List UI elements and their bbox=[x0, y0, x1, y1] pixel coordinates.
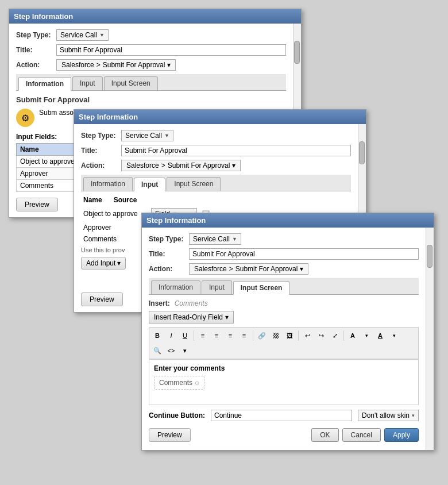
continue-input[interactable] bbox=[211, 410, 352, 421]
dialog-3-title: Step Information bbox=[146, 216, 206, 225]
scrollbar-thumb-3 bbox=[427, 245, 432, 268]
tabs-3: Information Input Input Screen bbox=[149, 278, 419, 295]
action-path-1[interactable]: Salesforce > Submit For Approval ▾ bbox=[56, 59, 176, 71]
dialog-3: Step Information Step Type: Service Call… bbox=[141, 213, 434, 451]
bg-color-btn[interactable]: A bbox=[374, 329, 387, 342]
title-label-2: Title: bbox=[81, 147, 121, 155]
tab-information-3[interactable]: Information bbox=[151, 280, 200, 294]
step-type-label-3: Step Type: bbox=[149, 235, 189, 243]
dont-allow-arrow: ▾ bbox=[412, 413, 415, 418]
action-path-2[interactable]: Salesforce > Submit For Approval ▾ bbox=[121, 160, 241, 171]
step-type-arrow-1: ▼ bbox=[99, 32, 105, 38]
tabs-2: Information Input Input Screen bbox=[81, 175, 351, 191]
italic-btn[interactable]: I bbox=[165, 329, 177, 342]
action-label-3: Action: bbox=[149, 265, 189, 273]
action-arrow-1: ▾ bbox=[167, 61, 171, 69]
dialog-2-title: Step Information bbox=[79, 113, 138, 121]
continue-btn-label: Continue Button: bbox=[149, 411, 205, 419]
font-color-btn[interactable]: A bbox=[346, 329, 359, 342]
fullscreen-btn[interactable]: ⤢ bbox=[329, 329, 341, 342]
scrollbar-thumb-1 bbox=[294, 41, 300, 64]
sep1 bbox=[194, 330, 194, 341]
bg-color-arrow[interactable]: ▾ bbox=[388, 329, 400, 342]
insert-readonly-btn[interactable]: Insert Read-Only Field ▾ bbox=[149, 311, 234, 324]
find-btn[interactable]: 🔍 bbox=[151, 344, 164, 357]
preview-btn-2[interactable]: Preview bbox=[81, 292, 123, 306]
desc-text-1: Subm assoc bbox=[39, 109, 77, 117]
bold-btn[interactable]: B bbox=[151, 329, 164, 342]
step-type-arrow-3: ▼ bbox=[232, 236, 237, 242]
undo-btn[interactable]: ↩ bbox=[301, 329, 314, 342]
tab-input-1[interactable]: Input bbox=[72, 76, 103, 90]
unlink-btn[interactable]: ⛓ bbox=[269, 329, 282, 342]
step-type-select-2[interactable]: Service Call ▼ bbox=[121, 130, 173, 141]
step-type-label-1: Step Type: bbox=[16, 31, 56, 39]
action-arrow-2: ▾ bbox=[232, 161, 235, 170]
apply-btn[interactable]: Apply bbox=[384, 428, 419, 442]
dialog-3-titlebar: Step Information bbox=[142, 213, 434, 228]
dialog-2-titlebar: Step Information bbox=[74, 110, 366, 124]
title-label-1: Title: bbox=[16, 46, 56, 54]
sep3 bbox=[298, 330, 299, 341]
tab-input-screen-1[interactable]: Input Screen bbox=[104, 76, 158, 90]
col-source-header-2: Source bbox=[114, 196, 137, 204]
sep4 bbox=[343, 330, 344, 341]
tab-information-2[interactable]: Information bbox=[83, 177, 133, 191]
action-label-1: Action: bbox=[16, 61, 56, 69]
title-input-1[interactable] bbox=[56, 44, 286, 56]
redo-btn[interactable]: ↪ bbox=[315, 329, 327, 342]
ok-btn[interactable]: OK bbox=[311, 428, 338, 442]
editor-area[interactable]: Enter your comments Comments ⊙ bbox=[149, 359, 419, 405]
tab-input-screen-2[interactable]: Input Screen bbox=[167, 177, 221, 191]
step-type-label-2: Step Type: bbox=[81, 132, 121, 140]
scrollbar-thumb-2 bbox=[359, 141, 365, 164]
underline-btn[interactable]: U bbox=[179, 329, 191, 342]
placeholder-icon: ⊙ bbox=[195, 380, 199, 386]
editor-toolbar: B I U ≡ ≡ ≡ ≡ 🔗 ⛓ 🖼 ↩ ↪ ⤢ bbox=[149, 327, 419, 359]
insert-btn-arrow: ▾ bbox=[225, 313, 229, 321]
sep2 bbox=[253, 330, 253, 341]
tab-input-2[interactable]: Input bbox=[134, 178, 165, 191]
image-btn[interactable]: 🖼 bbox=[283, 329, 296, 342]
add-input-arrow: ▾ bbox=[117, 259, 121, 267]
tab-input-screen-3[interactable]: Input Screen bbox=[233, 281, 290, 295]
title-input-2[interactable] bbox=[121, 145, 351, 156]
align-left-btn[interactable]: ≡ bbox=[224, 329, 237, 342]
editor-title: Enter your comments bbox=[154, 364, 414, 372]
insert-value: Comments bbox=[175, 299, 208, 307]
scrollbar-3[interactable] bbox=[426, 228, 434, 450]
ul-btn[interactable]: ≡ bbox=[196, 329, 209, 342]
add-input-btn-2[interactable]: Add Input ▾ bbox=[81, 257, 126, 270]
ol-btn[interactable]: ≡ bbox=[210, 329, 223, 342]
editor-placeholder: Comments ⊙ bbox=[154, 376, 204, 390]
col-name-header-2: Name bbox=[83, 196, 102, 204]
action-label-2: Action: bbox=[81, 161, 121, 170]
tab-information-1[interactable]: Information bbox=[18, 77, 71, 91]
insert-row: Insert: Comments bbox=[149, 299, 419, 307]
step-type-select-1[interactable]: Service Call ▼ bbox=[56, 29, 109, 41]
insert-label: Insert: bbox=[149, 299, 170, 307]
cancel-btn[interactable]: Cancel bbox=[342, 428, 381, 442]
link-btn[interactable]: 🔗 bbox=[256, 329, 268, 342]
section-title-1: Submit For Approval bbox=[16, 95, 286, 104]
preview-btn-3[interactable]: Preview bbox=[149, 428, 191, 442]
step-type-arrow-2: ▼ bbox=[164, 133, 169, 138]
align-right-btn[interactable]: ≡ bbox=[238, 329, 250, 342]
font-color-arrow[interactable]: ▾ bbox=[360, 329, 373, 342]
action-arrow-3: ▾ bbox=[300, 265, 303, 273]
dont-allow-skin-select[interactable]: Don't allow skin ▾ bbox=[358, 410, 419, 421]
tabs-1: Information Input Input Screen bbox=[16, 74, 286, 91]
preview-btn-1[interactable]: Preview bbox=[16, 198, 58, 211]
dialog-1-titlebar: Step Information bbox=[9, 9, 301, 24]
action-path-3[interactable]: Salesforce > Submit For Approval ▾ bbox=[189, 263, 308, 275]
source-btn[interactable]: <> bbox=[165, 344, 177, 357]
dialog-1-title: Step Information bbox=[14, 12, 73, 21]
gear-icon-1: ⚙ bbox=[16, 109, 34, 127]
title-input-3[interactable] bbox=[189, 248, 419, 260]
title-label-3: Title: bbox=[149, 250, 189, 258]
more-btn[interactable]: ▾ bbox=[179, 344, 191, 357]
step-type-select-3[interactable]: Service Call ▼ bbox=[189, 233, 241, 245]
continue-row: Continue Button: Don't allow skin ▾ bbox=[149, 410, 419, 421]
tab-input-3[interactable]: Input bbox=[202, 280, 232, 294]
